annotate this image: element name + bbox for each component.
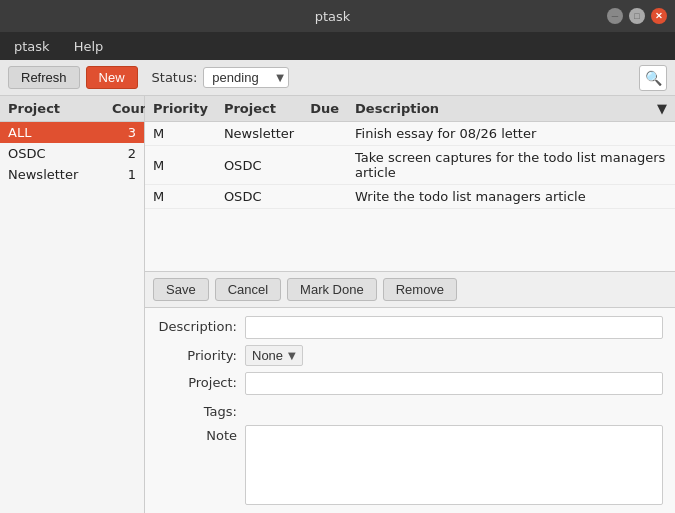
cell-priority: M bbox=[145, 122, 216, 146]
sidebar-project-name: OSDC bbox=[8, 146, 106, 161]
sidebar-project-count: 1 bbox=[106, 167, 136, 182]
sidebar-row-all[interactable]: ALL 3 bbox=[0, 122, 144, 143]
cell-priority: M bbox=[145, 146, 216, 185]
cell-due bbox=[302, 122, 347, 146]
new-button[interactable]: New bbox=[86, 66, 138, 89]
titlebar-controls: ─ □ ✕ bbox=[607, 8, 667, 24]
close-button[interactable]: ✕ bbox=[651, 8, 667, 24]
maximize-button[interactable]: □ bbox=[629, 8, 645, 24]
action-bar: Save Cancel Mark Done Remove bbox=[145, 272, 675, 308]
description-label: Description: bbox=[157, 316, 237, 334]
priority-wrapper[interactable]: None H M L ▼ bbox=[245, 345, 303, 366]
sidebar-project-name: Newsletter bbox=[8, 167, 106, 182]
description-input[interactable] bbox=[245, 316, 663, 339]
status-select-wrapper[interactable]: pending completed all ▼ bbox=[203, 67, 289, 88]
sidebar-project-count: 2 bbox=[106, 146, 136, 161]
sidebar-header-project: Project bbox=[0, 96, 104, 121]
status-label: Status: bbox=[152, 70, 198, 85]
sidebar-header-count: Count bbox=[104, 96, 144, 121]
note-textarea[interactable] bbox=[245, 425, 663, 505]
sidebar-project-name: ALL bbox=[8, 125, 106, 140]
form-row-description: Description: bbox=[157, 316, 663, 339]
header-description: Description ▼ bbox=[347, 96, 675, 122]
project-label: Project: bbox=[157, 372, 237, 390]
form-row-tags: Tags: bbox=[157, 401, 663, 419]
save-button[interactable]: Save bbox=[153, 278, 209, 301]
header-project: Project bbox=[216, 96, 302, 122]
priority-select[interactable]: None H M L bbox=[252, 348, 284, 363]
sidebar-row-newsletter[interactable]: Newsletter 1 bbox=[0, 164, 144, 185]
cancel-button[interactable]: Cancel bbox=[215, 278, 281, 301]
cell-project: OSDC bbox=[216, 185, 302, 209]
priority-label: Priority: bbox=[157, 345, 237, 363]
form-row-priority: Priority: None H M L ▼ bbox=[157, 345, 663, 366]
cell-priority: M bbox=[145, 185, 216, 209]
form-row-note: Note bbox=[157, 425, 663, 505]
search-button[interactable]: 🔍 bbox=[639, 65, 667, 91]
refresh-button[interactable]: Refresh bbox=[8, 66, 80, 89]
sidebar-header: Project Count bbox=[0, 96, 144, 122]
titlebar: ptask ─ □ ✕ bbox=[0, 0, 675, 32]
main-content: Project Count ALL 3 OSDC 2 Newsletter 1 … bbox=[0, 96, 675, 513]
menu-item-help[interactable]: Help bbox=[68, 37, 110, 56]
status-select[interactable]: pending completed all bbox=[208, 70, 276, 85]
mark-done-button[interactable]: Mark Done bbox=[287, 278, 377, 301]
sidebar-project-count: 3 bbox=[106, 125, 136, 140]
cell-project: OSDC bbox=[216, 146, 302, 185]
tags-label: Tags: bbox=[157, 401, 237, 419]
search-icon: 🔍 bbox=[645, 70, 662, 86]
cell-description: Write the todo list managers article bbox=[347, 185, 675, 209]
table-row[interactable]: M OSDC Write the todo list managers arti… bbox=[145, 185, 675, 209]
cell-description: Take screen captures for the todo list m… bbox=[347, 146, 675, 185]
header-priority: Priority bbox=[145, 96, 216, 122]
cell-project: Newsletter bbox=[216, 122, 302, 146]
right-panel: Priority Project Due Description ▼ M New… bbox=[145, 96, 675, 513]
menu-item-ptask[interactable]: ptask bbox=[8, 37, 56, 56]
remove-button[interactable]: Remove bbox=[383, 278, 457, 301]
titlebar-title: ptask bbox=[58, 9, 607, 24]
header-due: Due bbox=[302, 96, 347, 122]
form-area: Description: Priority: None H M L ▼ Proj… bbox=[145, 308, 675, 513]
priority-dropdown-arrow-icon: ▼ bbox=[288, 350, 296, 361]
status-dropdown-arrow-icon: ▼ bbox=[276, 72, 284, 83]
description-sort-icon: ▼ bbox=[657, 101, 667, 116]
task-table: Priority Project Due Description ▼ M New… bbox=[145, 96, 675, 272]
minimize-button[interactable]: ─ bbox=[607, 8, 623, 24]
sidebar-row-osdc[interactable]: OSDC 2 bbox=[0, 143, 144, 164]
project-input[interactable] bbox=[245, 372, 663, 395]
form-row-project: Project: bbox=[157, 372, 663, 395]
sidebar: Project Count ALL 3 OSDC 2 Newsletter 1 bbox=[0, 96, 145, 513]
cell-description: Finish essay for 08/26 letter bbox=[347, 122, 675, 146]
cell-due bbox=[302, 185, 347, 209]
menubar: ptask Help bbox=[0, 32, 675, 60]
note-label: Note bbox=[157, 425, 237, 443]
toolbar: Refresh New Status: pending completed al… bbox=[0, 60, 675, 96]
table-row[interactable]: M Newsletter Finish essay for 08/26 lett… bbox=[145, 122, 675, 146]
table-row[interactable]: M OSDC Take screen captures for the todo… bbox=[145, 146, 675, 185]
cell-due bbox=[302, 146, 347, 185]
